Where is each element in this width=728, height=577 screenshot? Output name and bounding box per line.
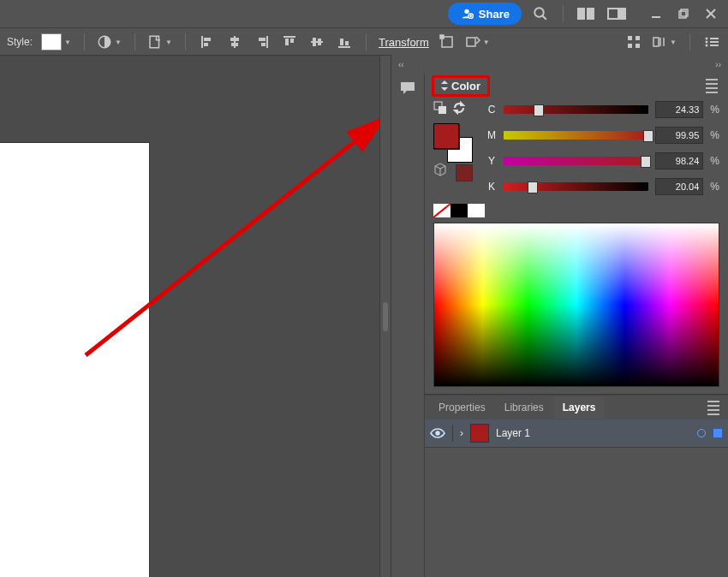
svg-rect-48 — [710, 45, 719, 46]
cube-icon[interactable] — [433, 163, 447, 176]
swap-default-icon[interactable] — [433, 101, 447, 115]
align-center-v-icon[interactable] — [307, 33, 326, 51]
slider-track-m[interactable] — [504, 131, 648, 140]
tab-properties[interactable]: Properties — [430, 396, 494, 419]
align-center-h-icon[interactable] — [225, 33, 244, 51]
value-input-m[interactable]: 99.95 — [655, 127, 703, 144]
pct-label: % — [710, 181, 719, 193]
visibility-eye-icon[interactable] — [430, 428, 445, 438]
value-input-k[interactable]: 20.04 — [655, 178, 703, 195]
svg-rect-31 — [340, 39, 343, 45]
channel-label: Y — [486, 155, 497, 167]
svg-rect-30 — [338, 46, 350, 48]
svg-rect-20 — [231, 43, 238, 46]
fill-stroke-picker[interactable] — [433, 101, 478, 173]
value-input-y[interactable]: 98.24 — [655, 152, 703, 170]
slider-track-k[interactable] — [504, 182, 648, 191]
graphic-style-swatch[interactable]: ▼ — [41, 33, 72, 51]
workspace-switcher-icon[interactable] — [605, 2, 629, 26]
last-color-swatch[interactable] — [456, 164, 473, 181]
pct-label: % — [710, 129, 719, 141]
layer-name[interactable]: Layer 1 — [496, 427, 690, 439]
svg-rect-29 — [318, 39, 321, 45]
collapsed-panel-dock — [391, 74, 425, 577]
svg-rect-28 — [313, 38, 316, 46]
control-bar: Style: ▼ ▼ ▼ Transform ▼ ▼ — [0, 27, 728, 56]
svg-rect-7 — [618, 10, 624, 17]
graphic-style-label: Style: — [7, 36, 33, 48]
color-panel-tab[interactable]: Color — [432, 75, 490, 97]
svg-rect-21 — [266, 36, 268, 48]
svg-point-45 — [706, 41, 708, 44]
align-top-icon[interactable] — [280, 33, 299, 51]
svg-rect-35 — [467, 38, 475, 46]
svg-rect-34 — [440, 35, 444, 39]
svg-rect-10 — [681, 9, 688, 16]
scale-strokes-icon[interactable]: ▼ — [465, 34, 491, 50]
align-bottom-icon[interactable] — [335, 33, 354, 51]
slider-row-c: C 24.33 % — [486, 101, 719, 118]
svg-rect-40 — [653, 38, 659, 46]
cmyk-sliders: C 24.33 % M 99.95 % — [486, 101, 719, 195]
maximize-button[interactable] — [671, 2, 695, 26]
svg-rect-9 — [679, 11, 686, 18]
svg-rect-17 — [204, 43, 208, 46]
layer-row[interactable]: › Layer 1 — [425, 419, 728, 448]
target-indicator-icon[interactable] — [697, 429, 706, 437]
layers-panel-menu-icon[interactable] — [704, 397, 723, 419]
recolor-artwork-button[interactable]: ▼ — [97, 34, 122, 50]
svg-point-47 — [706, 45, 708, 47]
comment-panel-icon[interactable] — [398, 79, 417, 98]
svg-rect-51 — [439, 106, 446, 114]
layers-panel: Properties Libraries Layers › Layer 1 — [425, 395, 728, 577]
svg-line-52 — [433, 204, 451, 217]
value-input-c[interactable]: 24.33 — [655, 101, 703, 118]
selection-indicator-icon[interactable] — [713, 428, 723, 438]
panel-toggle-handle[interactable] — [379, 56, 391, 577]
align-left-icon[interactable] — [198, 33, 217, 51]
arrange-documents-icon[interactable] — [574, 2, 598, 26]
slider-track-c[interactable] — [504, 105, 648, 114]
document-setup-button[interactable]: ▼ — [147, 34, 173, 50]
more-options-icon[interactable] — [702, 33, 721, 51]
search-icon[interactable] — [528, 2, 552, 26]
expand-chevron-icon[interactable]: › — [460, 427, 463, 439]
slider-track-y[interactable] — [504, 157, 648, 165]
tab-layers[interactable]: Layers — [554, 396, 605, 419]
transform-panel-link[interactable]: Transform — [379, 36, 429, 49]
slider-row-k: K 20.04 % — [486, 178, 719, 195]
slider-row-y: Y 98.24 % — [486, 152, 719, 170]
isolate-icon[interactable] — [624, 33, 643, 51]
minimize-button[interactable] — [644, 2, 668, 26]
white-swatch[interactable] — [468, 204, 485, 217]
svg-rect-15 — [201, 36, 203, 48]
slider-row-m: M 99.95 % — [486, 127, 719, 144]
tab-libraries[interactable]: Libraries — [496, 396, 552, 419]
align-right-icon[interactable] — [253, 33, 272, 51]
black-swatch[interactable] — [451, 204, 468, 217]
svg-rect-23 — [261, 43, 266, 46]
svg-rect-44 — [710, 38, 719, 39]
close-button[interactable] — [699, 2, 723, 26]
svg-rect-39 — [636, 44, 640, 48]
share-button[interactable]: Share — [448, 3, 522, 25]
scale-corners-icon[interactable] — [438, 33, 456, 51]
layer-thumbnail — [470, 424, 489, 443]
artboard[interactable] — [0, 143, 149, 577]
svg-rect-14 — [150, 36, 159, 48]
color-spectrum[interactable] — [433, 223, 719, 387]
svg-rect-24 — [283, 36, 295, 38]
color-panel-menu-icon[interactable] — [702, 75, 721, 97]
swap-fillstroke-icon[interactable] — [452, 101, 466, 115]
fill-swatch[interactable] — [433, 123, 459, 149]
svg-point-0 — [464, 9, 468, 14]
svg-rect-4 — [577, 8, 585, 20]
svg-rect-19 — [230, 38, 239, 41]
align-to-icon[interactable]: ▼ — [652, 34, 677, 50]
pct-label: % — [710, 155, 719, 167]
panel-collapse-strip[interactable]: ‹‹›› — [391, 55, 728, 74]
canvas-area[interactable] — [0, 55, 391, 577]
none-bw-strip[interactable] — [433, 204, 485, 217]
none-swatch-icon[interactable] — [433, 204, 451, 217]
svg-point-53 — [436, 431, 439, 435]
